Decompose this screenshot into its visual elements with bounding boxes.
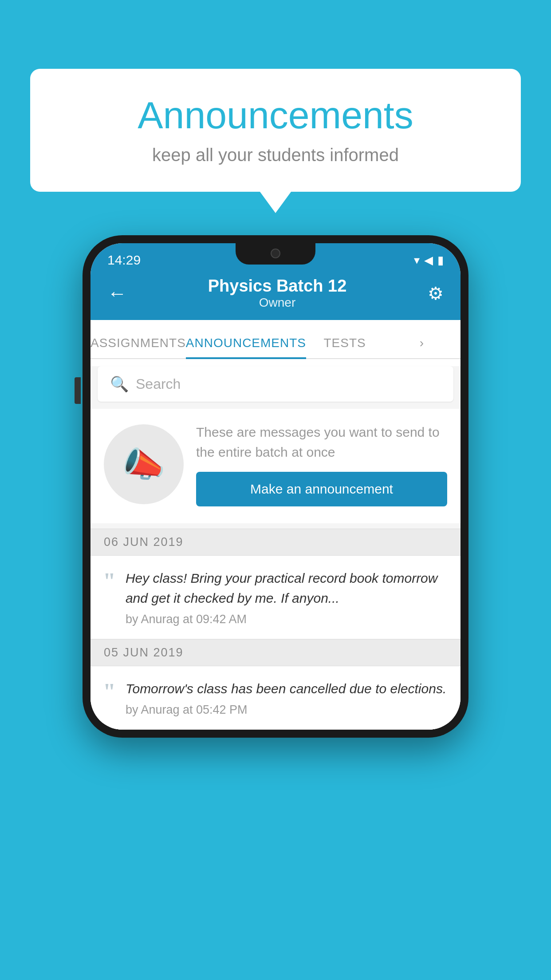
- search-placeholder: Search: [136, 376, 181, 392]
- tab-more[interactable]: ›: [383, 336, 460, 358]
- date-separator-2: 05 JUN 2019: [91, 639, 460, 666]
- status-time: 14:29: [107, 253, 141, 268]
- phone-screen: 14:29 ▾ ◀ ▮ ← Physics Batch 12 Owner ⚙: [91, 243, 460, 730]
- announcement-item-2[interactable]: " Tomorrow's class has been cancelled du…: [91, 666, 460, 730]
- tab-bar: ASSIGNMENTS ANNOUNCEMENTS TESTS ›: [91, 320, 460, 359]
- announcement-title: Announcements: [57, 93, 494, 137]
- make-announcement-button[interactable]: Make an announcement: [196, 472, 447, 506]
- announcement-content-2: Tomorrow's class has been cancelled due …: [126, 679, 448, 717]
- announcement-text-2: Tomorrow's class has been cancelled due …: [126, 679, 448, 699]
- content-area: 🔍 Search 📣 These are messages you want t…: [91, 366, 460, 730]
- quote-icon-2: ": [103, 680, 116, 703]
- announcement-meta-2: by Anurag at 05:42 PM: [126, 703, 448, 717]
- promo-description: These are messages you want to send to t…: [196, 422, 447, 462]
- back-button[interactable]: ←: [107, 282, 127, 304]
- signal-icon: ◀: [424, 253, 433, 267]
- tab-tests[interactable]: TESTS: [306, 336, 383, 358]
- app-bar-center: Physics Batch 12 Owner: [208, 277, 347, 310]
- batch-role: Owner: [208, 296, 347, 310]
- quote-icon-1: ": [103, 570, 116, 593]
- phone-wrapper: 14:29 ▾ ◀ ▮ ← Physics Batch 12 Owner ⚙: [83, 235, 468, 738]
- speech-bubble-container: Announcements keep all your students inf…: [30, 69, 521, 192]
- announcement-content-1: Hey class! Bring your practical record b…: [126, 568, 448, 626]
- megaphone-icon: 📣: [122, 444, 165, 485]
- date-separator-1: 06 JUN 2019: [91, 529, 460, 556]
- settings-button[interactable]: ⚙: [428, 283, 444, 304]
- announcement-subtitle: keep all your students informed: [57, 145, 494, 165]
- speech-bubble: Announcements keep all your students inf…: [30, 69, 521, 192]
- wifi-icon: ▾: [414, 253, 420, 267]
- status-icons: ▾ ◀ ▮: [414, 253, 444, 267]
- search-bar[interactable]: 🔍 Search: [98, 366, 453, 402]
- front-camera: [271, 249, 280, 258]
- announcement-item-1[interactable]: " Hey class! Bring your practical record…: [91, 556, 460, 639]
- app-bar: ← Physics Batch 12 Owner ⚙: [91, 273, 460, 320]
- phone-notch: [236, 243, 315, 265]
- tab-assignments[interactable]: ASSIGNMENTS: [91, 336, 186, 358]
- promo-icon-circle: 📣: [104, 424, 184, 504]
- battery-icon: ▮: [437, 253, 444, 267]
- search-icon: 🔍: [110, 375, 129, 393]
- announcement-meta-1: by Anurag at 09:42 AM: [126, 612, 448, 626]
- promo-content: These are messages you want to send to t…: [196, 422, 447, 506]
- phone-mockup: 14:29 ▾ ◀ ▮ ← Physics Batch 12 Owner ⚙: [83, 235, 468, 738]
- tab-announcements[interactable]: ANNOUNCEMENTS: [186, 336, 306, 358]
- announcement-promo: 📣 These are messages you want to send to…: [91, 409, 460, 523]
- batch-title: Physics Batch 12: [208, 277, 347, 296]
- announcement-text-1: Hey class! Bring your practical record b…: [126, 568, 448, 608]
